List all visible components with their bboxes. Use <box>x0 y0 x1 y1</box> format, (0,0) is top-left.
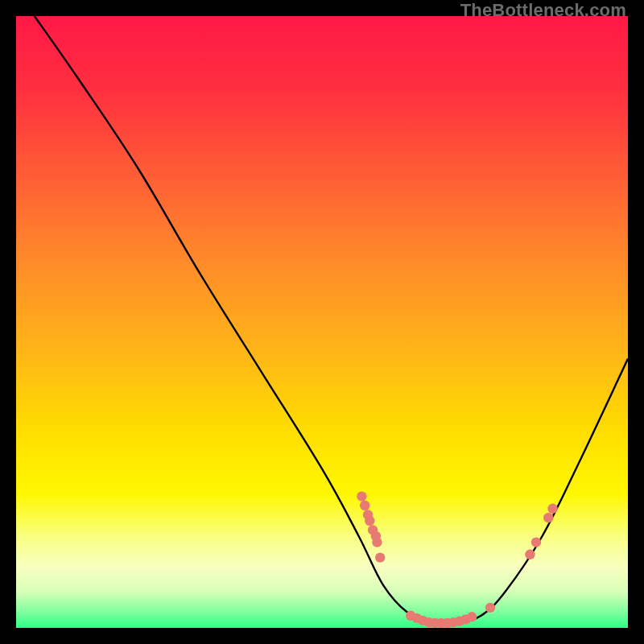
data-marker <box>543 513 553 522</box>
watermark-label: TheBottleneck.com <box>460 0 626 21</box>
data-marker <box>525 550 535 559</box>
gradient-background <box>16 16 628 628</box>
data-marker <box>467 612 477 621</box>
bottleneck-curve-chart <box>16 16 628 628</box>
data-marker <box>375 552 385 562</box>
data-marker <box>360 501 369 510</box>
data-marker <box>365 516 374 526</box>
data-marker <box>531 537 541 547</box>
chart-frame <box>16 16 628 628</box>
data-marker <box>357 491 366 501</box>
data-marker <box>547 504 557 514</box>
data-marker <box>485 603 495 613</box>
data-marker <box>372 537 382 547</box>
